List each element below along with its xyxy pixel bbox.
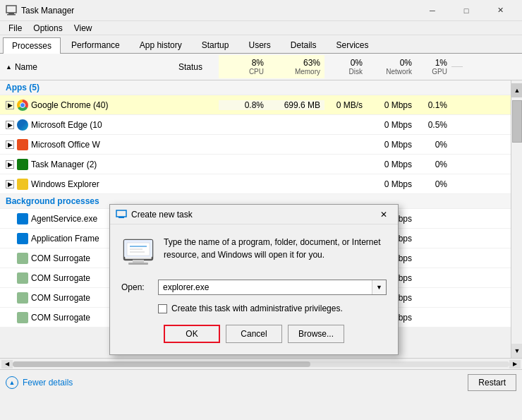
create-new-task-dialog: Create new task ✕: [109, 204, 399, 355]
tab-startup[interactable]: Startup: [193, 37, 238, 53]
dialog-overlay: Create new task ✕: [0, 80, 522, 395]
window-controls: ─ □ ✕: [416, 0, 516, 21]
col-network-header[interactable]: 0% Network: [367, 55, 416, 78]
col-gpu-header[interactable]: 1% GPU: [416, 55, 451, 78]
col-disk-header[interactable]: 0% Disk: [324, 55, 367, 78]
scrollbar-spacer: [451, 66, 463, 67]
main-area: Apps (5) ▶ Google Chrome (40) 0.8% 699.6…: [0, 80, 522, 395]
tab-performance[interactable]: Performance: [62, 37, 129, 53]
close-button[interactable]: ✕: [484, 0, 516, 21]
tab-app-history[interactable]: App history: [130, 37, 191, 53]
open-row: Open: ▼: [121, 280, 387, 295]
chevron-down-icon: ▼: [376, 284, 382, 291]
open-input-container: ▼: [158, 280, 387, 295]
svg-rect-3: [116, 210, 126, 217]
computer-icon: [121, 236, 155, 270]
col-status-header[interactable]: Status: [162, 59, 219, 75]
dialog-description: Type the name of a program, folder, docu…: [164, 236, 387, 270]
tab-services[interactable]: Services: [327, 37, 378, 53]
menu-bar: File Options View: [0, 21, 522, 35]
dialog-body: Type the name of a program, folder, docu…: [110, 224, 398, 354]
sort-arrow-icon: ▲: [6, 64, 12, 71]
checkbox-label: Create this task with administrative pri…: [171, 304, 343, 313]
dialog-header: Type the name of a program, folder, docu…: [121, 236, 387, 270]
dialog-close-button[interactable]: ✕: [375, 207, 392, 222]
column-header: ▲ Name Status 8% CPU 63% Memory 0% Disk …: [0, 54, 522, 80]
tab-details[interactable]: Details: [281, 37, 326, 53]
col-memory-header[interactable]: 63% Memory: [268, 55, 324, 78]
svg-rect-1: [8, 13, 14, 14]
svg-rect-4: [119, 217, 124, 218]
open-label: Open:: [121, 282, 152, 292]
cancel-button[interactable]: Cancel: [226, 325, 282, 343]
dialog-title: Create new task: [131, 210, 375, 220]
window-title: Task Manager: [21, 6, 416, 16]
svg-rect-2: [7, 14, 16, 16]
admin-privilege-checkbox[interactable]: [158, 304, 167, 313]
menu-view[interactable]: View: [68, 22, 98, 35]
app-icon: [6, 5, 17, 16]
title-bar: Task Manager ─ □ ✕: [0, 0, 522, 21]
col-cpu-header[interactable]: 8% CPU: [219, 55, 268, 78]
tab-bar: Processes Performance App history Startu…: [0, 35, 522, 54]
checkbox-row: Create this task with administrative pri…: [121, 304, 387, 313]
tab-users[interactable]: Users: [239, 37, 279, 53]
ok-button[interactable]: OK: [164, 325, 220, 343]
svg-rect-0: [6, 6, 16, 13]
open-dropdown-button[interactable]: ▼: [372, 280, 386, 294]
tab-processes[interactable]: Processes: [3, 37, 61, 54]
open-input[interactable]: [159, 280, 372, 294]
menu-options[interactable]: Options: [28, 22, 68, 35]
dialog-title-bar: Create new task ✕: [110, 205, 398, 224]
dialog-buttons: OK Cancel Browse...: [121, 325, 387, 343]
dialog-app-icon: [116, 209, 127, 220]
maximize-button[interactable]: □: [450, 0, 482, 21]
svg-rect-8: [128, 263, 148, 265]
col-name-header[interactable]: ▲ Name: [0, 59, 162, 75]
minimize-button[interactable]: ─: [416, 0, 449, 21]
browse-button[interactable]: Browse...: [288, 325, 344, 343]
menu-file[interactable]: File: [3, 22, 28, 35]
svg-rect-7: [133, 260, 144, 263]
